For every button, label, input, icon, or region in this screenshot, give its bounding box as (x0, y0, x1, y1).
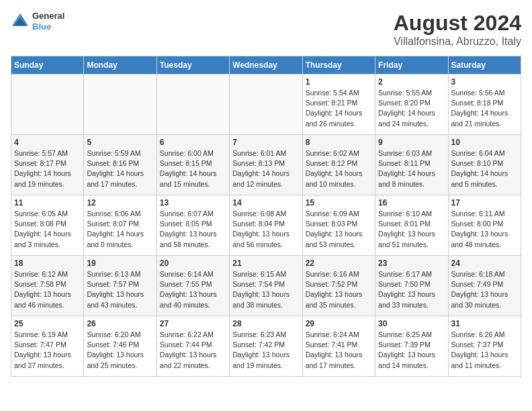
calendar-cell: 23Sunrise: 6:17 AM Sunset: 7:50 PM Dayli… (375, 256, 448, 316)
day-number: 7 (232, 138, 299, 147)
day-number: 15 (306, 198, 372, 208)
header-wednesday: Wednesday (230, 56, 302, 75)
calendar-cell: 18Sunrise: 6:12 AM Sunset: 7:58 PM Dayli… (11, 256, 84, 316)
day-number: 9 (378, 138, 445, 147)
calendar-cell: 22Sunrise: 6:16 AM Sunset: 7:52 PM Dayli… (302, 256, 375, 316)
calendar-cell (230, 75, 302, 135)
calendar-cell: 7Sunrise: 6:01 AM Sunset: 8:13 PM Daylig… (230, 135, 302, 195)
day-number: 20 (160, 259, 226, 268)
day-number: 4 (14, 138, 81, 147)
day-info: Sunrise: 6:14 AM Sunset: 7:55 PM Dayligh… (160, 269, 226, 310)
day-number: 14 (232, 198, 299, 208)
day-info: Sunrise: 6:15 AM Sunset: 7:54 PM Dayligh… (232, 269, 299, 310)
day-info: Sunrise: 6:08 AM Sunset: 8:04 PM Dayligh… (232, 209, 299, 250)
day-number: 18 (14, 259, 81, 268)
calendar-title: August 2024 (394, 11, 521, 36)
calendar-week-row: 4Sunrise: 5:57 AM Sunset: 8:17 PM Daylig… (11, 135, 521, 195)
day-info: Sunrise: 6:09 AM Sunset: 8:03 PM Dayligh… (306, 209, 372, 250)
header-thursday: Thursday (302, 56, 375, 75)
calendar-cell: 14Sunrise: 6:08 AM Sunset: 8:04 PM Dayli… (230, 195, 302, 256)
day-info: Sunrise: 6:19 AM Sunset: 7:47 PM Dayligh… (14, 330, 81, 371)
logo-icon (11, 12, 30, 31)
day-info: Sunrise: 6:11 AM Sunset: 8:00 PM Dayligh… (451, 209, 518, 250)
day-number: 5 (87, 138, 153, 147)
day-number: 31 (451, 319, 518, 328)
calendar-cell: 11Sunrise: 6:05 AM Sunset: 8:08 PM Dayli… (11, 195, 84, 256)
day-info: Sunrise: 5:59 AM Sunset: 8:16 PM Dayligh… (87, 148, 153, 189)
calendar-cell: 5Sunrise: 5:59 AM Sunset: 8:16 PM Daylig… (84, 135, 157, 195)
calendar-cell: 1Sunrise: 5:54 AM Sunset: 8:21 PM Daylig… (302, 75, 375, 135)
day-info: Sunrise: 6:01 AM Sunset: 8:13 PM Dayligh… (232, 148, 299, 189)
day-number: 1 (306, 77, 372, 87)
day-number: 12 (87, 198, 153, 208)
day-info: Sunrise: 6:07 AM Sunset: 8:05 PM Dayligh… (160, 209, 226, 250)
header-saturday: Saturday (448, 56, 521, 75)
calendar-cell: 2Sunrise: 5:55 AM Sunset: 8:20 PM Daylig… (375, 75, 448, 135)
calendar-cell: 24Sunrise: 6:18 AM Sunset: 7:49 PM Dayli… (448, 256, 521, 316)
header-sunday: Sunday (11, 56, 84, 75)
day-info: Sunrise: 6:22 AM Sunset: 7:44 PM Dayligh… (160, 330, 226, 371)
calendar-week-row: 18Sunrise: 6:12 AM Sunset: 7:58 PM Dayli… (11, 256, 521, 316)
day-number: 22 (306, 259, 372, 268)
day-info: Sunrise: 6:17 AM Sunset: 7:50 PM Dayligh… (378, 269, 445, 310)
day-info: Sunrise: 6:05 AM Sunset: 8:08 PM Dayligh… (14, 209, 81, 250)
day-number: 21 (232, 259, 299, 268)
calendar-cell: 17Sunrise: 6:11 AM Sunset: 8:00 PM Dayli… (448, 195, 521, 256)
calendar-cell: 8Sunrise: 6:02 AM Sunset: 8:12 PM Daylig… (302, 135, 375, 195)
day-number: 30 (378, 319, 445, 328)
day-number: 11 (14, 198, 81, 208)
day-info: Sunrise: 6:03 AM Sunset: 8:11 PM Dayligh… (378, 148, 445, 189)
calendar-week-row: 11Sunrise: 6:05 AM Sunset: 8:08 PM Dayli… (11, 195, 521, 256)
day-number: 8 (306, 138, 372, 147)
day-number: 19 (87, 259, 153, 268)
calendar-cell: 6Sunrise: 6:00 AM Sunset: 8:15 PM Daylig… (157, 135, 229, 195)
calendar-cell: 25Sunrise: 6:19 AM Sunset: 7:47 PM Dayli… (11, 316, 84, 377)
day-number: 6 (160, 138, 226, 147)
calendar-week-row: 1Sunrise: 5:54 AM Sunset: 8:21 PM Daylig… (11, 75, 521, 135)
day-number: 28 (232, 319, 299, 328)
calendar-cell: 13Sunrise: 6:07 AM Sunset: 8:05 PM Dayli… (157, 195, 229, 256)
day-number: 16 (378, 198, 445, 208)
calendar-cell: 28Sunrise: 6:23 AM Sunset: 7:42 PM Dayli… (230, 316, 302, 377)
calendar-cell: 10Sunrise: 6:04 AM Sunset: 8:10 PM Dayli… (448, 135, 521, 195)
calendar-cell: 29Sunrise: 6:24 AM Sunset: 7:41 PM Dayli… (302, 316, 375, 377)
calendar-cell: 9Sunrise: 6:03 AM Sunset: 8:11 PM Daylig… (375, 135, 448, 195)
day-number: 17 (451, 198, 518, 208)
logo: General Blue (11, 11, 64, 32)
day-info: Sunrise: 6:18 AM Sunset: 7:49 PM Dayligh… (451, 269, 518, 310)
day-info: Sunrise: 5:55 AM Sunset: 8:20 PM Dayligh… (378, 88, 445, 129)
logo-text: General Blue (32, 11, 64, 32)
calendar-cell: 15Sunrise: 6:09 AM Sunset: 8:03 PM Dayli… (302, 195, 375, 256)
day-number: 24 (451, 259, 518, 268)
day-info: Sunrise: 5:54 AM Sunset: 8:21 PM Dayligh… (306, 88, 372, 129)
day-info: Sunrise: 6:24 AM Sunset: 7:41 PM Dayligh… (306, 330, 372, 371)
day-info: Sunrise: 6:23 AM Sunset: 7:42 PM Dayligh… (232, 330, 299, 371)
calendar-cell: 19Sunrise: 6:13 AM Sunset: 7:57 PM Dayli… (84, 256, 157, 316)
calendar-cell: 26Sunrise: 6:20 AM Sunset: 7:46 PM Dayli… (84, 316, 157, 377)
calendar-week-row: 25Sunrise: 6:19 AM Sunset: 7:47 PM Dayli… (11, 316, 521, 377)
header-monday: Monday (84, 56, 157, 75)
day-info: Sunrise: 6:13 AM Sunset: 7:57 PM Dayligh… (87, 269, 153, 310)
day-info: Sunrise: 6:06 AM Sunset: 8:07 PM Dayligh… (87, 209, 153, 250)
day-info: Sunrise: 6:02 AM Sunset: 8:12 PM Dayligh… (306, 148, 372, 189)
calendar-cell: 4Sunrise: 5:57 AM Sunset: 8:17 PM Daylig… (11, 135, 84, 195)
calendar-table: SundayMondayTuesdayWednesdayThursdayFrid… (11, 56, 521, 377)
page-header: General Blue August 2024 Villalfonsina, … (11, 11, 521, 48)
day-number: 27 (160, 319, 226, 328)
day-number: 10 (451, 138, 518, 147)
calendar-cell: 21Sunrise: 6:15 AM Sunset: 7:54 PM Dayli… (230, 256, 302, 316)
day-info: Sunrise: 5:56 AM Sunset: 8:18 PM Dayligh… (451, 88, 518, 129)
day-number: 3 (451, 77, 518, 87)
header-tuesday: Tuesday (157, 56, 229, 75)
day-number: 25 (14, 319, 81, 328)
day-info: Sunrise: 6:25 AM Sunset: 7:39 PM Dayligh… (378, 330, 445, 371)
day-info: Sunrise: 6:12 AM Sunset: 7:58 PM Dayligh… (14, 269, 81, 310)
calendar-cell (11, 75, 84, 135)
header-friday: Friday (375, 56, 448, 75)
calendar-cell (157, 75, 229, 135)
day-info: Sunrise: 5:57 AM Sunset: 8:17 PM Dayligh… (14, 148, 81, 189)
calendar-header-row: SundayMondayTuesdayWednesdayThursdayFrid… (11, 56, 521, 75)
day-info: Sunrise: 6:20 AM Sunset: 7:46 PM Dayligh… (87, 330, 153, 371)
title-block: August 2024 Villalfonsina, Abruzzo, Ital… (394, 11, 521, 48)
day-info: Sunrise: 6:16 AM Sunset: 7:52 PM Dayligh… (306, 269, 372, 310)
